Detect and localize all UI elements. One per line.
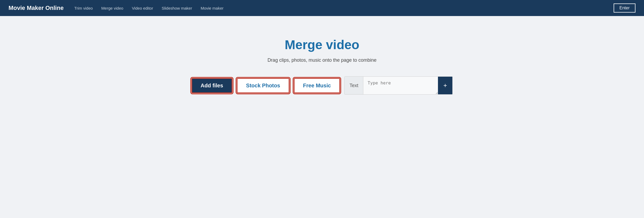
stock-photos-button[interactable]: Stock Photos [237,78,289,93]
nav-merge-video[interactable]: Merge video [101,6,123,10]
text-label: Text [345,77,363,94]
nav-links: Trim video Merge video Video editor Slid… [74,6,614,10]
add-files-button[interactable]: Add files [191,78,232,93]
nav-slideshow-maker[interactable]: Slideshow maker [162,6,192,10]
page-title: Merge video [285,37,359,52]
nav-trim-video[interactable]: Trim video [74,6,93,10]
text-input-group: Text + [344,76,453,95]
brand-logo: Movie Maker Online [9,5,64,11]
nav-movie-maker[interactable]: Movie maker [201,6,224,10]
add-text-button[interactable]: + [438,77,452,94]
enter-button[interactable]: Enter [614,3,635,13]
main-content: Merge video Drag clips, photos, music on… [0,16,644,95]
free-music-button[interactable]: Free Music [294,78,340,93]
text-input[interactable] [363,77,438,94]
page-subtitle: Drag clips, photos, music onto the page … [267,57,376,63]
nav-video-editor[interactable]: Video editor [132,6,153,10]
header: Movie Maker Online Trim video Merge vide… [0,0,644,16]
actions-row: Add files Stock Photos Free Music Text + [191,76,453,95]
